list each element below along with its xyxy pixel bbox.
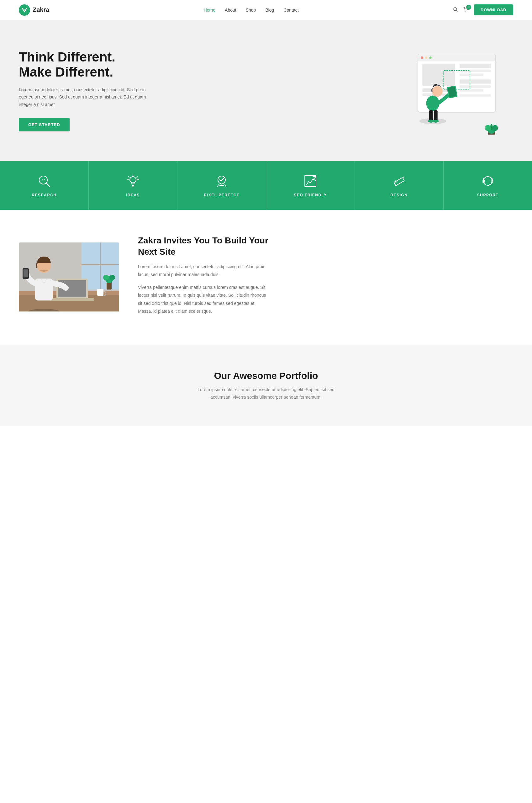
bottom-space [0, 426, 532, 552]
about-title: Zakra Invites You To Build Your Next Sit… [138, 235, 270, 258]
portfolio-title: Our Awesome Portfolio [19, 371, 513, 381]
svg-rect-10 [422, 64, 455, 86]
pixel-perfect-icon [214, 173, 229, 188]
svg-rect-59 [50, 298, 94, 301]
svg-point-7 [421, 56, 423, 59]
about-content: Zakra Invites You To Build Your Next Sit… [138, 235, 270, 320]
svg-rect-16 [460, 79, 491, 83]
feature-seo: SEO FRIENDLY [266, 161, 355, 210]
svg-point-9 [429, 56, 432, 59]
hero-content: Think Different. Make Different. Lorem i… [19, 50, 151, 131]
svg-point-0 [23, 9, 25, 11]
feature-research-label: RESEARCH [32, 193, 56, 197]
svg-rect-19 [460, 94, 491, 97]
nav-home[interactable]: Home [204, 7, 215, 13]
svg-point-68 [103, 275, 109, 280]
nav-about[interactable]: About [225, 7, 236, 13]
svg-point-33 [492, 125, 498, 131]
svg-point-36 [130, 176, 136, 183]
hero-subtitle: Lorem ipsum dolor sit amet, consectetur … [19, 86, 151, 109]
hero-title: Think Different. Make Different. [19, 50, 151, 80]
svg-line-38 [137, 176, 137, 177]
svg-point-2 [465, 11, 466, 11]
feature-ideas: IDEAS [89, 161, 177, 210]
support-icon [480, 173, 495, 188]
nav-links: Home About Shop Blog Contact [204, 7, 299, 13]
navbar: Zakra Home About Shop Blog Contact 0 DOW… [0, 0, 532, 20]
logo-text: Zakra [33, 6, 49, 14]
feature-pixel-label: PIXEL PERFECT [204, 193, 239, 197]
about-text-1: Lorem ipsum dolor sit amet, consectetur … [138, 263, 270, 279]
svg-rect-26 [429, 110, 433, 120]
svg-rect-17 [460, 85, 491, 88]
research-icon [37, 173, 52, 188]
svg-point-23 [432, 86, 443, 97]
logo[interactable]: Zakra [19, 4, 49, 16]
logo-icon [19, 4, 30, 16]
download-button[interactable]: DOWNLOAD [474, 4, 513, 15]
svg-rect-15 [460, 73, 483, 76]
about-text-2: Viverra pellentesque enim mattis cursus … [138, 283, 270, 315]
feature-design-label: DESIGN [390, 193, 407, 197]
nav-shop[interactable]: Shop [246, 7, 256, 13]
hero-svg [394, 45, 513, 134]
svg-point-48 [483, 176, 492, 185]
ideas-icon [126, 173, 140, 188]
nav-contact[interactable]: Contact [283, 7, 299, 13]
svg-line-39 [129, 176, 129, 177]
feature-pixel-perfect: PIXEL PERFECT [177, 161, 266, 210]
get-started-button[interactable]: GET STARTED [19, 118, 70, 131]
hero-illustration [394, 45, 513, 136]
about-image [19, 242, 119, 313]
feature-research: RESEARCH [0, 161, 89, 210]
design-icon [392, 173, 406, 188]
svg-rect-27 [434, 110, 437, 120]
feature-ideas-label: IDEAS [126, 193, 140, 197]
about-svg [19, 242, 119, 312]
svg-rect-60 [97, 289, 103, 296]
svg-rect-13 [460, 64, 491, 68]
hero-section: Think Different. Make Different. Lorem i… [0, 20, 532, 161]
seo-icon [303, 173, 318, 188]
svg-point-8 [425, 56, 428, 59]
portfolio-section: Our Awesome Portfolio Lorem ipsum dolor … [0, 346, 532, 426]
svg-point-3 [467, 11, 468, 11]
portfolio-subtitle: Lorem ipsum dolor sit amet, consectetur … [188, 386, 344, 401]
feature-support-label: SUPPORT [477, 193, 499, 197]
svg-point-32 [485, 125, 491, 131]
search-button[interactable] [453, 7, 458, 13]
nav-right: 0 DOWNLOAD [453, 4, 513, 15]
search-icon [453, 7, 458, 12]
about-section: Zakra Invites You To Build Your Next Sit… [0, 210, 532, 346]
feature-design: DESIGN [355, 161, 443, 210]
svg-rect-64 [23, 269, 28, 277]
svg-rect-62 [35, 279, 53, 300]
svg-rect-34 [491, 124, 492, 130]
svg-point-29 [433, 120, 439, 123]
svg-point-69 [109, 275, 115, 280]
nav-blog[interactable]: Blog [265, 7, 274, 13]
feature-support: SUPPORT [443, 161, 532, 210]
cart-badge: 0 [466, 5, 471, 10]
feature-seo-label: SEO FRIENDLY [294, 193, 327, 197]
svg-point-35 [39, 176, 48, 184]
cart-button[interactable]: 0 [463, 6, 469, 14]
features-strip: RESEARCH IDEAS [0, 161, 532, 210]
